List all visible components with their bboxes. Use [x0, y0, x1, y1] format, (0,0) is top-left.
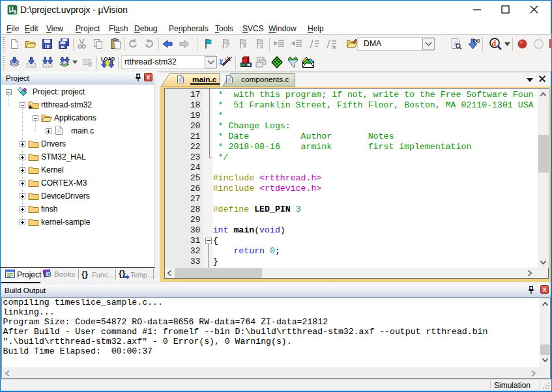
svg-text:5: 5	[14, 10, 17, 14]
svg-text:d: d	[492, 39, 497, 48]
svg-text:LOAD: LOAD	[101, 56, 115, 62]
svg-text:?: ?	[47, 272, 50, 278]
